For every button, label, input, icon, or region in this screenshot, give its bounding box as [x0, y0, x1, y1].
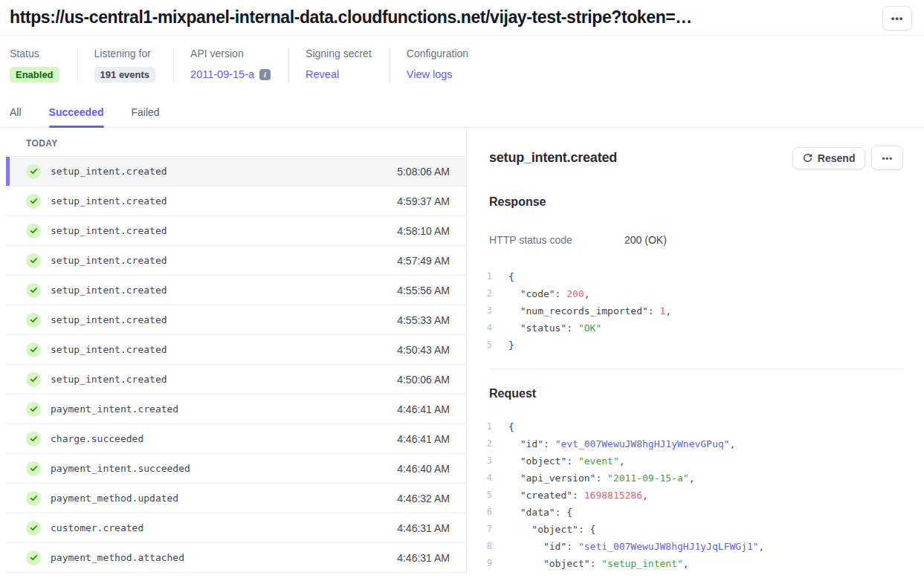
header-more-button[interactable]: •••	[882, 6, 912, 30]
success-check-icon	[26, 551, 41, 565]
event-name: payment_method.updated	[51, 493, 397, 504]
signing-secret-label: Signing secret	[306, 48, 372, 59]
listening-for-label: Listening for	[94, 48, 156, 59]
meta-status: Status Enabled	[10, 48, 77, 83]
code-line: 4 "status": "OK"	[477, 319, 903, 337]
event-time: 4:55:56 AM	[397, 285, 450, 296]
meta-api-version: API version 2011-09-15-a i	[173, 48, 288, 83]
event-row[interactable]: setup_intent.created4:59:37 AM	[6, 186, 466, 216]
code-line: 3 "object": "event",	[477, 452, 903, 470]
line-number: 1	[477, 418, 492, 435]
event-row[interactable]: setup_intent.created4:55:33 AM	[6, 305, 466, 335]
event-name: payment_method.attached	[51, 552, 397, 563]
event-row[interactable]: payment_intent.succeeded4:46:40 AM	[6, 454, 466, 484]
event-row[interactable]: setup_intent.created4:50:06 AM	[6, 365, 466, 394]
api-version-link[interactable]: 2011-09-15-a	[190, 68, 254, 80]
event-name: payment_intent.created	[51, 403, 397, 415]
line-number: 6	[477, 504, 492, 521]
success-check-icon	[26, 372, 41, 387]
event-name: setup_intent.created	[51, 344, 397, 355]
code-line: 4 "api_version": "2011-09-15-a",	[477, 470, 903, 487]
event-row[interactable]: customer.created4:46:31 AM	[6, 513, 466, 543]
event-time: 4:57:49 AM	[397, 255, 450, 267]
event-group-label: TODAY	[26, 138, 466, 156]
reveal-secret-link[interactable]: Reveal	[306, 68, 339, 80]
line-number: 4	[477, 319, 492, 337]
event-name: payment_intent.succeeded	[51, 463, 397, 474]
code-line: 2 "code": 200,	[477, 285, 903, 302]
success-check-icon	[26, 461, 41, 476]
tab-failed[interactable]: Failed	[132, 106, 160, 127]
events-count-badge: 191 events	[94, 67, 156, 82]
resend-button-label: Resend	[818, 152, 856, 164]
success-check-icon	[26, 283, 41, 298]
event-row[interactable]: setup_intent.created4:58:10 AM	[6, 216, 466, 246]
line-number: 2	[477, 285, 492, 302]
line-number: 3	[477, 452, 492, 470]
resend-button[interactable]: Resend	[792, 147, 866, 169]
event-row[interactable]: payment_intent.created4:46:41 AM	[6, 394, 466, 424]
webhook-endpoint-page: https://us-central1-mixpanel-internal-da…	[0, 0, 924, 578]
event-time: 5:08:06 AM	[397, 166, 450, 178]
success-check-icon	[26, 342, 41, 357]
line-number: 1	[477, 268, 492, 285]
line-number: 2	[477, 435, 492, 452]
detail-header: setup_intent.created Resend •••	[489, 146, 903, 170]
event-row[interactable]: payment_method.attached4:46:31 AM	[6, 543, 466, 573]
line-number: 5	[477, 487, 492, 504]
tab-succeeded[interactable]: Succeeded	[49, 106, 104, 127]
event-row[interactable]: setup_intent.created4:57:49 AM	[6, 246, 466, 276]
line-number: 9	[477, 555, 492, 572]
event-row[interactable]: setup_intent.created4:55:56 AM	[6, 276, 466, 305]
http-status-value: 200 (OK)	[624, 234, 667, 246]
event-row[interactable]: payment_method.updated4:46:32 AM	[6, 484, 466, 513]
code-line: 9 "object": "setup_intent",	[477, 555, 903, 572]
request-code-block: 1{2 "id": "evt_007WewuJW8hgHJ1yWnevGPuq"…	[477, 418, 903, 572]
event-time: 4:46:31 AM	[397, 552, 450, 564]
event-row[interactable]: setup_intent.created5:08:06 AM	[6, 157, 466, 186]
success-check-icon	[26, 402, 41, 417]
response-code-block: 1{2 "code": 200,3 "num_records_imported"…	[477, 268, 903, 354]
configuration-label: Configuration	[407, 48, 468, 59]
event-time: 4:46:32 AM	[397, 493, 450, 504]
code-line: 7 "object": {	[477, 521, 903, 538]
success-check-icon	[26, 491, 41, 506]
event-time: 4:50:06 AM	[397, 374, 450, 386]
http-status-label: HTTP status code	[489, 234, 624, 246]
code-line: 1{	[477, 268, 903, 285]
code-line: 1{	[477, 418, 903, 435]
event-time: 4:50:43 AM	[397, 344, 450, 356]
line-number: 4	[477, 470, 492, 487]
event-time: 4:46:41 AM	[397, 403, 450, 415]
tab-all[interactable]: All	[10, 106, 22, 127]
endpoint-url-title: https://us-central1-mixpanel-internal-da…	[10, 6, 692, 27]
event-name: setup_intent.created	[51, 255, 397, 266]
code-line: 3 "num_records_imported": 1,	[477, 302, 903, 319]
event-row[interactable]: charge.succeeded4:46:41 AM	[6, 424, 466, 454]
code-line: 2 "id": "evt_007WewuJW8hgHJ1yWnevGPuq",	[477, 435, 903, 452]
event-time: 4:58:10 AM	[397, 225, 450, 237]
event-name: setup_intent.created	[51, 285, 397, 296]
resend-icon	[803, 153, 812, 163]
endpoint-meta-row: Status Enabled Listening for 191 events …	[10, 48, 924, 83]
line-number: 7	[477, 521, 492, 538]
event-list-panel: TODAY setup_intent.created5:08:06 AMsetu…	[0, 128, 467, 573]
event-time: 4:55:33 AM	[397, 314, 450, 326]
api-version-label: API version	[190, 48, 271, 59]
line-number: 3	[477, 302, 492, 319]
response-heading: Response	[489, 195, 903, 209]
http-status-row: HTTP status code 200 (OK)	[489, 234, 903, 246]
code-line: 6 "data": {	[477, 504, 903, 521]
event-detail-panel: setup_intent.created Resend ••• Response…	[467, 128, 924, 573]
success-check-icon	[26, 521, 41, 536]
view-logs-link[interactable]: View logs	[407, 68, 453, 80]
event-name: setup_intent.created	[51, 166, 397, 177]
meta-signing-secret: Signing secret Reveal	[288, 48, 390, 83]
info-icon: i	[259, 69, 271, 80]
success-check-icon	[26, 194, 41, 209]
status-badge: Enabled	[10, 67, 59, 82]
section-divider	[489, 368, 903, 369]
line-number: 8	[477, 538, 492, 555]
event-row[interactable]: setup_intent.created4:50:43 AM	[6, 335, 466, 365]
detail-more-button[interactable]: •••	[871, 146, 903, 170]
